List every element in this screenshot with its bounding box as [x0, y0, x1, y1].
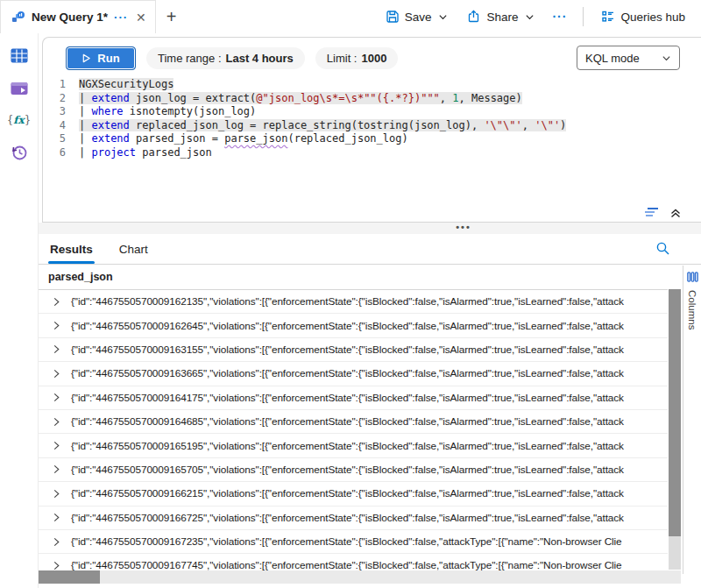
row-json-value: {"id":"4467550570009163155","violations"…	[71, 344, 624, 356]
table-row[interactable]: {"id":"4467550570009166725","violations"…	[39, 507, 668, 530]
query-format-icon[interactable]	[645, 207, 661, 219]
time-range-label: Time range :	[158, 52, 222, 65]
row-expand-chevron-icon[interactable]	[52, 417, 61, 427]
editor-footer-actions	[645, 207, 682, 219]
columns-panel-label: Columns	[687, 290, 697, 329]
code-line[interactable]: 6| project parsed_json	[43, 146, 701, 160]
tab-close-icon[interactable]: ✕	[136, 11, 146, 25]
run-label: Run	[97, 52, 119, 65]
row-expand-chevron-icon[interactable]	[52, 513, 61, 522]
table-row[interactable]: {"id":"4467550570009162645","violations"…	[39, 314, 668, 337]
tab-more-icon[interactable]: ···	[114, 11, 128, 24]
code-line[interactable]: 2| extend json_log = extract(@"json_log\…	[43, 92, 701, 106]
row-expand-chevron-icon[interactable]	[52, 369, 61, 379]
save-icon	[386, 10, 400, 24]
tab-chart[interactable]: Chart	[119, 243, 148, 264]
vertical-scrollbar-thumb[interactable]	[669, 289, 681, 536]
table-row[interactable]: {"id":"4467550570009162135","violations"…	[39, 290, 668, 314]
row-json-value: {"id":"4467550570009165195","violations"…	[71, 440, 624, 452]
query-tab[interactable]: New Query 1* ··· ✕	[0, 0, 156, 33]
share-button[interactable]: Share	[460, 6, 542, 27]
results-tab-bar: Results Chart	[39, 234, 701, 265]
row-expand-chevron-icon[interactable]	[52, 537, 61, 547]
row-expand-chevron-icon[interactable]	[52, 489, 61, 499]
row-expand-chevron-icon[interactable]	[52, 464, 61, 474]
row-json-value: {"id":"4467550570009167235","violations"…	[71, 535, 622, 548]
queries-hub-icon	[601, 10, 615, 24]
table-row[interactable]: {"id":"4467550570009163155","violations"…	[39, 338, 668, 362]
adx-logo-icon	[11, 11, 25, 25]
table-row[interactable]: {"id":"4467550570009166215","violations"…	[39, 482, 668, 506]
row-expand-chevron-icon[interactable]	[52, 561, 61, 570]
vertical-scrollbar[interactable]	[669, 289, 681, 570]
row-json-value: {"id":"4467550570009165705","violations"…	[71, 464, 624, 476]
save-chevron-down-icon	[438, 12, 448, 22]
row-expand-chevron-icon[interactable]	[52, 344, 61, 354]
share-chevron-down-icon	[525, 12, 535, 22]
adx-query-window: New Query 1* ··· ✕ + Save	[0, 0, 701, 588]
column-header-parsed-json[interactable]: parsed_json	[39, 265, 668, 290]
more-options-icon[interactable]: ···	[547, 10, 572, 24]
horizontal-scrollbar-thumb[interactable]	[39, 570, 100, 584]
line-number: 1	[43, 78, 66, 92]
left-sidebar: {fx}	[0, 33, 39, 588]
code-line[interactable]: 4| extend replaced_json_log = replace_st…	[43, 119, 701, 133]
limit-picker[interactable]: Limit : 1000	[315, 47, 399, 69]
kql-mode-value: KQL mode	[585, 52, 640, 65]
queries-hub-label: Queries hub	[620, 11, 685, 24]
horizontal-scrollbar[interactable]	[39, 570, 681, 584]
code-line[interactable]: 5| extend parsed_json = parse_json(repla…	[43, 132, 701, 146]
collapse-editor-icon[interactable]	[669, 207, 682, 219]
save-button[interactable]: Save	[379, 6, 456, 27]
save-label: Save	[405, 11, 432, 24]
results-grid: {"id":"4467550570009162135","violations"…	[39, 290, 668, 578]
play-icon	[81, 53, 91, 63]
limit-label: Limit :	[327, 52, 358, 65]
table-row[interactable]: {"id":"4467550570009167235","violations"…	[39, 530, 668, 554]
row-expand-chevron-icon[interactable]	[52, 393, 61, 402]
columns-panel-toggle[interactable]: Columns	[683, 266, 701, 574]
table-row[interactable]: {"id":"4467550570009164175","violations"…	[39, 386, 668, 410]
code-line[interactable]: 1NGXSecurityLogs	[43, 78, 701, 92]
time-range-value: Last 4 hours	[226, 52, 294, 65]
panel-splitter[interactable]: •••	[39, 223, 701, 234]
kql-mode-select[interactable]: KQL mode	[577, 46, 680, 70]
tables-icon[interactable]	[10, 46, 29, 65]
row-json-value: {"id":"4467550570009164175","violations"…	[71, 392, 624, 404]
table-row[interactable]: {"id":"4467550570009165195","violations"…	[39, 434, 668, 457]
limit-value: 1000	[361, 52, 386, 65]
new-tab-button[interactable]: +	[166, 8, 177, 25]
line-number: 6	[43, 146, 66, 160]
query-toolbar: Run Time range : Last 4 hours Limit : 10…	[43, 38, 701, 76]
functions-icon[interactable]: {fx}	[10, 110, 29, 130]
results-panel: Results Chart parsed_json {"id":"4467550…	[39, 234, 701, 588]
columns-icon	[687, 272, 698, 282]
tab-title: New Query 1*	[32, 11, 108, 24]
query-history-icon[interactable]	[10, 143, 29, 162]
tab-results[interactable]: Results	[50, 243, 93, 264]
tab-bar-actions: Save Share ···	[379, 6, 701, 27]
sample-queries-icon[interactable]	[10, 78, 29, 97]
line-number: 5	[43, 132, 66, 146]
row-expand-chevron-icon[interactable]	[52, 441, 61, 450]
row-json-value: {"id":"4467550570009166215","violations"…	[71, 487, 624, 499]
search-results-icon[interactable]	[655, 241, 670, 256]
table-row[interactable]: {"id":"4467550570009163665","violations"…	[39, 362, 668, 386]
row-expand-chevron-icon[interactable]	[52, 297, 61, 307]
mode-chevron-down-icon	[662, 53, 671, 63]
run-button[interactable]: Run	[66, 46, 136, 70]
table-row[interactable]: {"id":"4467550570009164685","violations"…	[39, 410, 668, 434]
share-icon	[467, 10, 481, 24]
row-json-value: {"id":"4467550570009163665","violations"…	[71, 367, 624, 379]
row-json-value: {"id":"4467550570009164685","violations"…	[71, 415, 624, 428]
time-range-picker[interactable]: Time range : Last 4 hours	[146, 47, 305, 69]
row-expand-chevron-icon[interactable]	[52, 321, 61, 330]
query-editor-panel: Run Time range : Last 4 hours Limit : 10…	[42, 37, 701, 223]
line-number: 4	[43, 119, 66, 133]
code-editor[interactable]: 1NGXSecurityLogs2| extend json_log = ext…	[43, 78, 701, 160]
share-label: Share	[486, 11, 518, 24]
queries-hub-button[interactable]: Queries hub	[594, 6, 692, 27]
line-number: 3	[43, 105, 66, 119]
code-line[interactable]: 3| where isnotempty(json_log)	[43, 105, 701, 119]
table-row[interactable]: {"id":"4467550570009165705","violations"…	[39, 458, 668, 482]
